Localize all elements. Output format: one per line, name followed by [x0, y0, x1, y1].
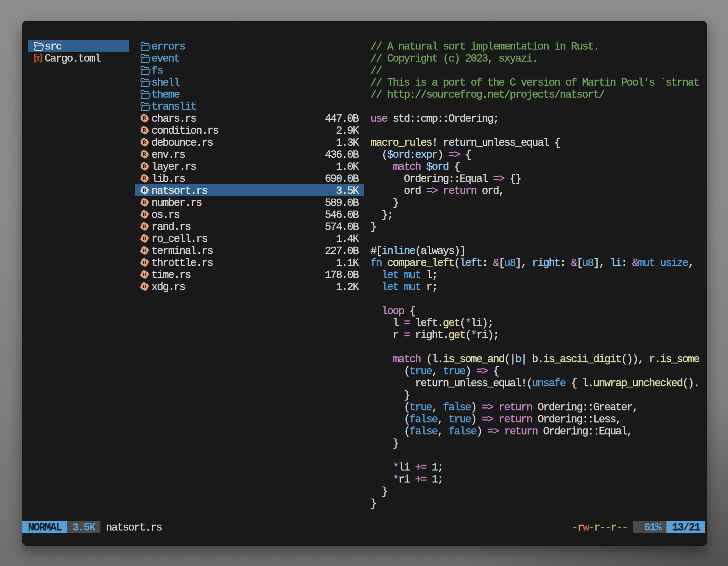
svg-text:R: R — [142, 127, 147, 133]
svg-text:R: R — [142, 272, 147, 278]
svg-text:R: R — [142, 224, 147, 229]
svg-text:R: R — [142, 175, 147, 181]
svg-text:R: R — [142, 283, 147, 289]
svg-text:R: R — [142, 163, 147, 169]
svg-text:R: R — [142, 115, 147, 121]
svg-text:R: R — [142, 212, 147, 217]
svg-text:R: R — [142, 260, 147, 266]
svg-text:R: R — [142, 200, 147, 205]
svg-text:R: R — [142, 187, 147, 193]
svg-text:R: R — [142, 248, 147, 254]
svg-text:R: R — [142, 236, 147, 241]
svg-text:R: R — [142, 139, 147, 145]
svg-text:R: R — [142, 151, 147, 157]
